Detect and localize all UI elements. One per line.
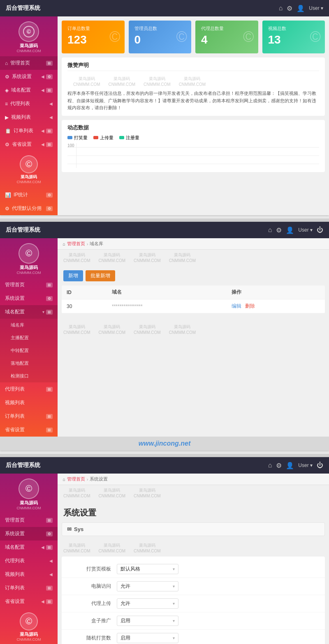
sidebar-item-system-3[interactable]: 系统设置 ⚙ [0,527,58,540]
chevron-down-icon-3: ▾ [173,619,175,623]
legend-item-uploads: 上传量 [93,135,114,141]
home-icon-2[interactable]: ⌂ [268,226,272,234]
stat-icon-orders: © [109,28,120,46]
sidebar-item-home-2[interactable]: 管理首页 ⊞ [0,278,58,292]
sidebar-item-ip-1[interactable]: 📊IP统计 ⚙ [0,188,58,202]
power-icon-2[interactable]: ⏻ [317,226,323,234]
user-label-3[interactable]: User ▾ [298,462,313,468]
settings-page-title: 系统设置 [58,501,329,522]
settings-form: 打赏页模板 默认风格 ▾ 电脑访问 允许 [62,557,325,644]
sidebar-subitem-detect[interactable]: 检测接口 [0,370,58,382]
chart-title: 动态数据 [67,124,319,131]
sidebar-item-proxy-1[interactable]: ≡代理列表 ◀ [0,97,58,110]
sidebar-item-proxy-3[interactable]: 代理列表 ◀ [0,554,58,568]
btn-new-domain[interactable]: 新增 [63,270,83,281]
layout-3: © 菜鸟源码 CNMMM.COM 管理首页 ⊞ 系统设置 ⚙ 域名配置 ◀⊞ [0,474,329,644]
layout-1: © 菜鸟源码 CNMMM.COM ⌂管理首页 ⊞ ⚙系统设置 ◀⚙ ◈域名配置 … [0,16,329,215]
value-computer: 允许 ▾ [117,581,317,591]
stat-card-orders: 订单总数量 123 © [62,21,125,53]
link-edit-domain[interactable]: 编辑 [232,303,241,309]
user-label-2[interactable]: User ▾ [298,227,313,233]
divider-1 [0,218,329,222]
watermark-grid-4: 菜鸟源码CNMMM.COM 菜鸟源码CNMMM.COM 菜鸟源码CNMMM.CO… [58,485,329,501]
logo-text-1: 菜鸟源码 [20,43,38,49]
chevron-down-icon-0: ▾ [173,567,175,571]
select-proxy-upload[interactable]: 允许 ▾ [117,598,178,609]
sidebar-subitem-domainlib[interactable]: 域名库 [0,319,58,331]
watermark-grid-2: 菜鸟源码CNMMM.COM 菜鸟源码CNMMM.COM 菜鸟源码CNMMM.CO… [58,250,329,266]
value-random-hits: 启用 ▾ [117,633,317,643]
disclaimer-title: 微赞声明 [67,62,319,71]
sidebar-item-video-3[interactable]: 视频列表 ◀ [0,568,58,581]
sidebar-item-video-2[interactable]: 视频列表 [0,396,58,409]
sidebar-subitem-homeconfig[interactable]: 主播配置 [0,331,58,344]
chart-area: 100 [67,143,319,168]
settings-icon-2[interactable]: ⚙ [276,226,282,234]
cell-actions: 编辑 删除 [227,299,325,313]
value-box-promo: 启用 ▾ [117,616,317,626]
sidebar-item-system-2[interactable]: 系统设置 ⚙ [0,292,58,305]
sidebar-1: © 菜鸟源码 CNMMM.COM ⌂管理首页 ⊞ ⚙系统设置 ◀⚙ ◈域名配置 … [0,16,58,215]
sidebar-item-order-3[interactable]: 订单列表 ⊞ [0,581,58,595]
sidebar-item-home-1[interactable]: ⌂管理首页 ⊞ [0,56,58,70]
home-icon-3[interactable]: ⌂ [268,462,272,469]
table-row: 30 **************** 编辑 删除 [62,299,325,313]
breadcrumb-home-link-2[interactable]: 管理首页 [67,241,85,247]
chart-label: 100 [67,143,74,148]
logo-icon-3: © [19,243,39,264]
sidebar-item-commission-1[interactable]: ⚙代理默认分佣 ⚙ [0,202,58,215]
sidebar-item-savings-1[interactable]: ⚙省省设置 ◀⊞ [0,138,58,151]
settings-main: ⌂ 管理首页 › 系统设置 菜鸟源码CNMMM.COM 菜鸟源码CNMMM.CO… [58,474,329,644]
sidebar-item-order-2[interactable]: 订单列表 ⊞ [0,409,58,423]
chart-legend: 打笑量 上传量 注册量 [67,135,319,141]
home-icon-1[interactable]: ⌂ [279,5,283,12]
sidebar-item-video-1[interactable]: ▶视频列表 ◀ [0,110,58,124]
chevron-down-icon-1: ▾ [173,584,175,589]
link-delete-domain[interactable]: 删除 [245,303,255,309]
watermark-grid-3: 菜鸟源码CNMMM.COM 菜鸟源码CNMMM.COM 菜鸟源码CNMMM.CO… [58,322,329,338]
settings-section-header: ✉ Sys [62,522,325,536]
domain-btn-group: 新增 批量新增 [58,266,329,285]
domain-table-wrapper: ID 域名 操作 30 **************** 编辑 [62,285,325,313]
sidebar-item-domain-3[interactable]: 域名配置 ◀⊞ [0,540,58,554]
label-box-promo: 盒子推广 [70,617,111,624]
sidebar-item-savings-2[interactable]: 省省设置 ⊞ [0,423,58,437]
breadcrumb-home-link-3[interactable]: 管理首页 [67,476,85,482]
breadcrumb-2: ⌂ 管理首页 › 域名库 [58,238,329,250]
btn-import-domain[interactable]: 批量新增 [86,270,115,281]
select-computer[interactable]: 允许 ▾ [117,581,178,591]
chart-box: 动态数据 打笑量 上传量 注册量 [62,120,325,172]
label-computer: 电脑访问 [70,583,111,590]
label-template: 打赏页模板 [70,566,111,573]
sidebar-subitem-midconfig[interactable]: 中转配置 [0,344,58,357]
sidebar-item-savings-3[interactable]: 省省设置 ◀⊞ [0,595,58,608]
app-title-3: 后台管理系统 [6,462,40,469]
settings-icon-1[interactable]: ⚙ [287,5,292,12]
sidebar-item-domain-2[interactable]: 域名配置 ▾⊞ [0,305,58,319]
value-template: 默认风格 ▾ [117,564,317,574]
sidebar-item-proxy-2[interactable]: 代理列表 ⊞ [0,382,58,396]
sidebar-logo-1: © 菜鸟源码 CNMMM.COM [0,16,58,56]
select-template[interactable]: 默认风格 ▾ [117,564,178,574]
sidebar-item-domain-1[interactable]: ◈域名配置 ◀⊞ [0,83,58,97]
sidebar-item-system-1[interactable]: ⚙系统设置 ◀⚙ [0,70,58,83]
sidebar-logo-3: © 菜鸟源码 CNMMM.COM [0,238,58,278]
app-title-2: 后台管理系统 [6,226,40,234]
email-icon: ✉ [67,526,72,532]
stat-icon-admins: © [176,28,187,46]
disclaimer-text: 程序本身不带任何违法信息，所发布的内容一律与开发者无关，由发布者自己承担！程序使… [67,90,319,112]
power-icon-3[interactable]: ⏻ [317,462,323,469]
panel-wrapper: 后台管理系统 ⌂ ⚙ 👤 User ▾ © [0,0,329,644]
select-random-hits[interactable]: 启用 ▾ [117,633,178,643]
user-label-1[interactable]: User ▾ [309,5,323,11]
legend-item-hits: 打笑量 [67,135,88,141]
settings-icon-3[interactable]: ⚙ [276,462,282,469]
sidebar-subitem-landconfig[interactable]: 落地配置 [0,357,58,370]
select-box-promo[interactable]: 启用 ▾ [117,616,178,626]
settings-row-proxy-upload: 代理上传 允许 ▾ [62,595,325,612]
sidebar-item-home-3[interactable]: 管理首页 ⊞ [0,513,58,527]
topbar-1: 后台管理系统 ⌂ ⚙ 👤 User ▾ [0,0,329,16]
sidebar-item-order-1[interactable]: 📋订单列表 ◀⊞ [0,124,58,138]
section-domain: 后台管理系统 ⌂ ⚙ 👤 User ▾ ⏻ © 菜鸟源码 CNMMM.COM 管… [0,222,329,451]
jincong-url: www.jincong.net [139,440,191,447]
